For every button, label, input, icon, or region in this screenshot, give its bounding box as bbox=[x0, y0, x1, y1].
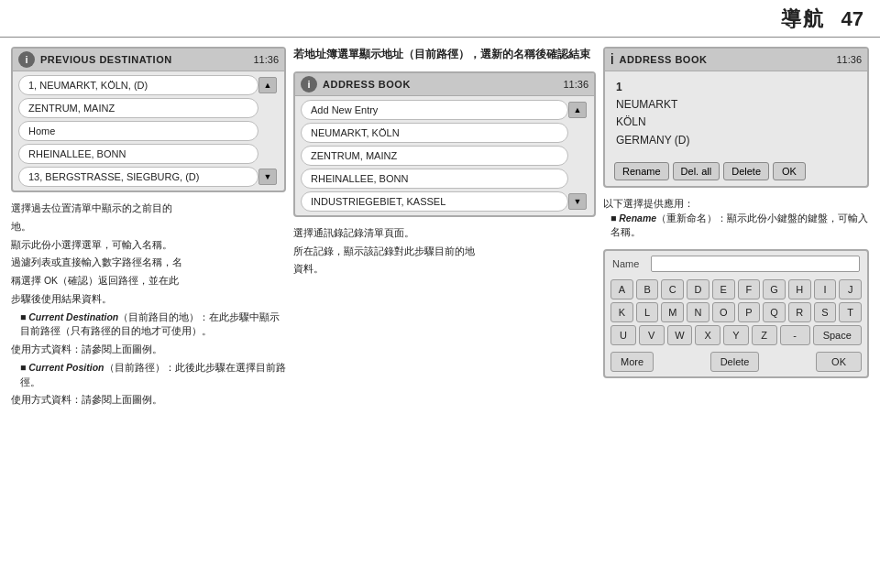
key-H[interactable]: H bbox=[788, 279, 811, 299]
keyboard-bottom-row: More Delete OK bbox=[605, 349, 867, 376]
right-desc-bullet1: ■ Rename（重新命名）：顯示此份小鍵盤的鍵盤，可輸入名稱。 bbox=[603, 212, 869, 241]
page-number: 47 bbox=[842, 7, 864, 31]
scroll-down-button-mid[interactable]: ▼ bbox=[568, 193, 587, 210]
left-desc-ref1: 使用方式資料：請參閱上面圖例。 bbox=[11, 343, 286, 357]
keyboard-row-1: A B C D E F G H I J bbox=[610, 279, 862, 299]
keyboard-ok-button[interactable]: OK bbox=[816, 352, 862, 372]
key-O[interactable]: O bbox=[712, 302, 735, 322]
page-title: 導航 bbox=[781, 5, 825, 33]
list-item[interactable]: ZENTRUM, MAINZ bbox=[301, 146, 568, 166]
mid-desc-line3: 資料。 bbox=[293, 262, 596, 277]
mid-desc-line1: 選擇通訊錄記錄清單頁面。 bbox=[293, 226, 596, 241]
left-desc-line2: 地。 bbox=[11, 220, 286, 234]
prev-dest-header: i PREVIOUS DESTINATION 11:36 bbox=[13, 49, 284, 71]
key-R[interactable]: R bbox=[788, 302, 811, 322]
key-D[interactable]: D bbox=[687, 279, 710, 299]
list-item[interactable]: NEUMARKT, KÖLN bbox=[301, 123, 568, 143]
left-desc-line3: 顯示此份小選擇選單，可輸入名稱。 bbox=[11, 238, 286, 253]
del-all-button[interactable]: Del. all bbox=[673, 162, 720, 180]
left-desc-bullet1: ■ Current Destination（目前路目的地）：在此步驟中顯示目前路… bbox=[11, 310, 286, 340]
key-B[interactable]: B bbox=[636, 279, 659, 299]
scroll-up-button[interactable]: ▲ bbox=[258, 77, 277, 93]
keyboard-row-2: K L M N O P Q R S T bbox=[610, 302, 862, 322]
key-Z[interactable]: Z bbox=[752, 325, 777, 345]
prev-dest-list: 1, NEUMARKT, KÖLN, (D) ZENTRUM, MAINZ Ho… bbox=[18, 75, 258, 187]
scroll-up-button-mid[interactable]: ▲ bbox=[568, 102, 587, 118]
addr-book-header: i ADDRESS BOOK 11:36 bbox=[295, 73, 594, 96]
info-icon: i bbox=[18, 51, 35, 68]
key-L[interactable]: L bbox=[636, 302, 659, 322]
left-desc-line5: 稱選擇 OK（確認）返回路徑，並在此 bbox=[11, 274, 286, 289]
key-E[interactable]: E bbox=[712, 279, 735, 299]
key-S[interactable]: S bbox=[814, 302, 837, 322]
left-desc-bullet2: ■ Current Position（目前路徑）：此後此步驟在選擇目前路徑。 bbox=[11, 361, 286, 390]
prev-dest-scroll: ▲ ▼ bbox=[258, 75, 279, 187]
right-description: 以下選擇提供應用： ■ Rename（重新命名）：顯示此份小鍵盤的鍵盤，可輸入名… bbox=[603, 197, 869, 240]
key-F[interactable]: F bbox=[738, 279, 761, 299]
list-item[interactable]: RHEINALLEE, BONN bbox=[18, 144, 258, 164]
left-desc-line4: 過濾列表或直接輸入數字路徑名稱，名 bbox=[11, 256, 286, 270]
key-M[interactable]: M bbox=[661, 302, 684, 322]
right-column: i ADDRESS BOOK 11:36 1 NEUMARKT KÖLN GER… bbox=[603, 47, 869, 580]
key-space[interactable]: Space bbox=[813, 325, 863, 345]
entry-line3: GERMANY (D) bbox=[616, 132, 856, 149]
key-V[interactable]: V bbox=[639, 325, 665, 345]
left-desc-ref2: 使用方式資料：請參閱上面圖例。 bbox=[11, 393, 286, 408]
right-desc-line1: 以下選擇提供應用： bbox=[603, 197, 869, 212]
key-A[interactable]: A bbox=[610, 279, 633, 299]
keyboard-row-3: U V W X Y Z - Space bbox=[610, 325, 862, 345]
list-item[interactable]: RHEINALLEE, BONN bbox=[301, 169, 568, 189]
entry-number: 1 bbox=[616, 79, 856, 96]
key-Q[interactable]: Q bbox=[763, 302, 786, 322]
info-icon-mid: i bbox=[301, 76, 317, 93]
list-item[interactable]: INDUSTRIEGEBIET, KASSEL bbox=[301, 191, 568, 212]
mid-heading: 若地址簿選單顯示地址（目前路徑），選新的名稱後確認結束 bbox=[293, 47, 596, 62]
delete-key-button[interactable]: Delete bbox=[710, 352, 760, 372]
left-description: 選擇過去位置清單中顯示的之前目的 地。 顯示此份小選擇選單，可輸入名稱。 過濾列… bbox=[11, 201, 286, 411]
key-dash[interactable]: - bbox=[780, 325, 810, 345]
key-T[interactable]: T bbox=[839, 302, 862, 322]
list-item[interactable]: 13, BERGSTRASSE, SIEGBURG, (D) bbox=[18, 167, 258, 187]
more-button[interactable]: More bbox=[610, 352, 654, 372]
keyboard-name-row: Name bbox=[605, 251, 867, 277]
key-J[interactable]: J bbox=[839, 279, 862, 299]
left-column: i PREVIOUS DESTINATION 11:36 1, NEUMARKT… bbox=[11, 47, 286, 580]
prev-dest-title: PREVIOUS DESTINATION bbox=[40, 54, 248, 65]
key-P[interactable]: P bbox=[738, 302, 761, 322]
scroll-down-button[interactable]: ▼ bbox=[258, 169, 277, 185]
addr-detail-content: 1 NEUMARKT KÖLN GERMANY (D) bbox=[605, 71, 867, 157]
key-X[interactable]: X bbox=[695, 325, 720, 345]
list-item[interactable]: ZENTRUM, MAINZ bbox=[18, 98, 258, 118]
key-Y[interactable]: Y bbox=[723, 325, 749, 345]
name-label: Name bbox=[612, 258, 645, 269]
delete-button[interactable]: Delete bbox=[723, 162, 769, 180]
key-W[interactable]: W bbox=[667, 325, 693, 345]
main-content: i PREVIOUS DESTINATION 11:36 1, NEUMARKT… bbox=[0, 38, 880, 585]
addr-book-title: ADDRESS BOOK bbox=[323, 79, 557, 90]
key-K[interactable]: K bbox=[610, 302, 633, 322]
key-N[interactable]: N bbox=[687, 302, 710, 322]
info-icon-right: i bbox=[610, 51, 614, 68]
keyboard-rows: A B C D E F G H I J K L M N O bbox=[605, 277, 867, 349]
key-G[interactable]: G bbox=[763, 279, 786, 299]
list-item[interactable]: Add New Entry bbox=[301, 100, 568, 120]
address-book-screen: i ADDRESS BOOK 11:36 Add New Entry NEUMA… bbox=[293, 71, 596, 217]
addr-book-time: 11:36 bbox=[563, 79, 588, 90]
key-I[interactable]: I bbox=[814, 279, 837, 299]
list-item[interactable]: 1, NEUMARKT, KÖLN, (D) bbox=[18, 75, 258, 95]
ok-button[interactable]: OK bbox=[773, 162, 806, 180]
prev-destination-screen: i PREVIOUS DESTINATION 11:36 1, NEUMARKT… bbox=[11, 47, 286, 192]
addr-book-list: Add New Entry NEUMARKT, KÖLN ZENTRUM, MA… bbox=[301, 100, 568, 212]
list-item[interactable]: Home bbox=[18, 121, 258, 141]
key-U[interactable]: U bbox=[610, 325, 636, 345]
addr-detail-screen: i ADDRESS BOOK 11:36 1 NEUMARKT KÖLN GER… bbox=[603, 47, 869, 188]
mid-column: 若地址簿選單顯示地址（目前路徑），選新的名稱後確認結束 i ADDRESS BO… bbox=[293, 47, 596, 580]
addr-book-list-container: Add New Entry NEUMARKT, KÖLN ZENTRUM, MA… bbox=[295, 96, 594, 215]
rename-button[interactable]: Rename bbox=[614, 162, 669, 180]
key-C[interactable]: C bbox=[661, 279, 684, 299]
keyboard-box: Name A B C D E F G H I J bbox=[603, 249, 869, 378]
addr-detail-buttons: Rename Del. all Delete OK bbox=[605, 157, 867, 186]
name-input[interactable] bbox=[651, 256, 860, 272]
entry-line2: KÖLN bbox=[616, 114, 856, 131]
addr-detail-title: ADDRESS BOOK bbox=[620, 54, 831, 65]
